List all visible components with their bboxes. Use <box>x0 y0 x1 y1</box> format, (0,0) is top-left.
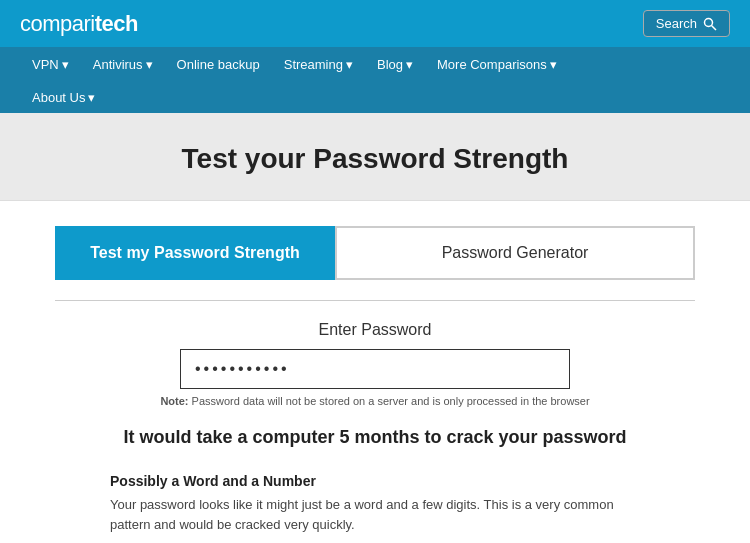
nav-online-backup[interactable]: Online backup <box>165 47 272 82</box>
nav-blog[interactable]: Blog ▾ <box>365 47 425 82</box>
analysis-section: Possibly a Word and a Number Your passwo… <box>0 463 750 543</box>
nav-top-row: VPN ▾ Antivirus ▾ Online backup Streamin… <box>20 47 730 82</box>
note-bold: Note: <box>160 395 188 407</box>
nav-bottom-row: About Us ▾ <box>20 82 730 113</box>
nav-vpn[interactable]: VPN ▾ <box>20 47 81 82</box>
search-button[interactable]: Search <box>643 10 730 37</box>
analysis-title-0: Possibly a Word and a Number <box>110 473 640 489</box>
nav-more-comparisons[interactable]: More Comparisons ▾ <box>425 47 569 82</box>
nav-streaming[interactable]: Streaming ▾ <box>272 47 365 82</box>
crack-time-result: It would take a computer 5 months to cra… <box>55 427 695 448</box>
site-header: comparitech Search <box>0 0 750 47</box>
tab-test-password[interactable]: Test my Password Strength <box>55 226 335 280</box>
svg-line-1 <box>712 25 717 30</box>
tab-password-generator[interactable]: Password Generator <box>335 226 695 280</box>
password-input[interactable] <box>180 349 570 389</box>
page-content: Test your Password Strength Test my Pass… <box>0 113 750 543</box>
chevron-down-icon: ▾ <box>550 57 557 72</box>
password-note: Note: Password data will not be stored o… <box>55 395 695 407</box>
site-logo: comparitech <box>20 11 138 37</box>
analysis-item-0: Possibly a Word and a Number Your passwo… <box>110 473 640 535</box>
password-input-section: Enter Password Note: Password data will … <box>0 301 750 417</box>
password-label: Enter Password <box>55 321 695 339</box>
chevron-down-icon: ▾ <box>62 57 69 72</box>
tab-section: Test my Password Strength Password Gener… <box>0 201 750 280</box>
chevron-down-icon: ▾ <box>346 57 353 72</box>
analysis-text-0: Your password looks like it might just b… <box>110 495 640 535</box>
nav-antivirus[interactable]: Antivirus ▾ <box>81 47 165 82</box>
svg-point-0 <box>705 18 713 26</box>
page-title: Test your Password Strength <box>20 143 730 175</box>
chevron-down-icon: ▾ <box>146 57 153 72</box>
logo-part2: tech <box>95 11 138 36</box>
nav-bar: VPN ▾ Antivirus ▾ Online backup Streamin… <box>0 47 750 113</box>
hero-section: Test your Password Strength <box>0 113 750 201</box>
nav-about-us[interactable]: About Us ▾ <box>20 82 107 113</box>
search-label: Search <box>656 16 697 31</box>
logo-part1: compari <box>20 11 95 36</box>
note-text: Password data will not be stored on a se… <box>192 395 590 407</box>
result-section: It would take a computer 5 months to cra… <box>0 417 750 463</box>
chevron-down-icon: ▾ <box>406 57 413 72</box>
chevron-down-icon: ▾ <box>88 90 95 105</box>
search-icon <box>703 17 717 31</box>
